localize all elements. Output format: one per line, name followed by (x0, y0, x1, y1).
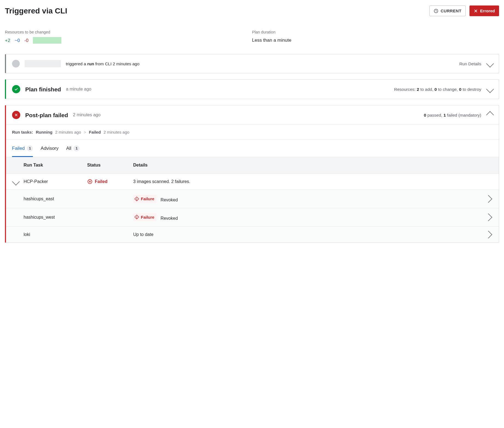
chevron-up-icon[interactable] (486, 111, 494, 119)
check-circle-icon (12, 85, 20, 93)
table-row[interactable]: hashicups_west Failure Revoked (6, 208, 499, 226)
triggered-text: triggered a run from CLI 2 minutes ago (66, 61, 139, 67)
col-details: Details (133, 162, 482, 168)
tab-advisory[interactable]: Advisory (41, 140, 58, 157)
plan-duration-label: Plan duration (252, 29, 499, 35)
table-header: Run Task Status Details (6, 157, 499, 173)
avatar (12, 60, 20, 67)
errored-badge: Errored (469, 5, 499, 16)
clock-icon (434, 9, 438, 13)
run-details-link[interactable]: Run Details (459, 61, 481, 67)
x-circle-icon (12, 111, 20, 119)
task-details: 3 images scanned. 2 failures. (133, 179, 482, 185)
svg-point-2 (136, 199, 137, 200)
resources-change: ~0 (15, 37, 20, 44)
plan-summary: Resources: 2 to add, 0 to change, 0 to d… (394, 86, 481, 92)
post-plan-header[interactable]: Post-plan failed 2 minutes ago 0 passed,… (6, 105, 499, 125)
failure-badge: Failure (133, 195, 156, 203)
page-title: Triggered via CLI (5, 5, 67, 16)
run-task-breadcrumb: Run tasks: Running 2 minutes ago > Faile… (6, 125, 499, 139)
col-status: Status (87, 162, 133, 168)
card-triggered[interactable]: triggered a run from CLI 2 minutes ago R… (5, 54, 499, 73)
chevron-right-icon[interactable] (485, 195, 492, 203)
plan-duration-value: Less than a minute (252, 37, 499, 44)
status-failed: Failed (87, 179, 133, 185)
table-row[interactable]: HCP-Packer Failed 3 images scanned. 2 fa… (6, 173, 499, 190)
resources-add: +2 (5, 37, 10, 44)
table-row[interactable]: loki Up to date (6, 226, 499, 243)
errored-badge-label: Errored (480, 8, 495, 14)
alert-diamond-icon (134, 215, 139, 219)
post-plan-title: Post-plan failed (25, 111, 68, 119)
svg-point-3 (136, 218, 137, 218)
chevron-down-icon[interactable] (486, 60, 494, 67)
tab-all[interactable]: All 1 (66, 140, 80, 157)
plan-time: a minute ago (66, 86, 92, 92)
chevron-down-icon[interactable] (12, 178, 20, 185)
current-badge-label: CURRENT (441, 8, 462, 14)
task-details: Failure Revoked (133, 213, 482, 221)
resources-label: Resources to be changed (5, 29, 252, 35)
table-row[interactable]: hashicups_east Failure Revoked (6, 190, 499, 208)
plan-title: Plan finished (25, 85, 61, 93)
alert-diamond-icon (134, 196, 139, 201)
task-name: hashicups_west (24, 214, 87, 220)
chevron-down-icon[interactable] (486, 85, 494, 93)
x-circle-outline-icon (87, 179, 93, 184)
failure-badge: Failure (133, 213, 156, 221)
resources-bar (33, 37, 61, 44)
col-run-task: Run Task (24, 162, 87, 168)
card-post-plan: Post-plan failed 2 minutes ago 0 passed,… (5, 105, 499, 243)
chevron-right-icon[interactable] (485, 213, 492, 221)
card-plan-finished[interactable]: Plan finished a minute ago Resources: 2 … (5, 79, 499, 99)
chevron-right-icon[interactable] (485, 231, 492, 238)
post-plan-time: 2 minutes ago (73, 112, 101, 118)
post-plan-summary: 0 passed, 1 failed (mandatory) (424, 112, 481, 118)
task-name: HCP-Packer (24, 179, 87, 185)
task-name: loki (24, 232, 87, 238)
task-details: Failure Revoked (133, 195, 482, 203)
task-details: Up to date (133, 232, 482, 238)
tab-failed[interactable]: Failed 1 (12, 140, 33, 157)
resources-destroy: -0 (24, 37, 29, 44)
x-icon (474, 9, 478, 13)
task-name: hashicups_east (24, 196, 87, 202)
current-badge[interactable]: CURRENT (429, 5, 466, 16)
redacted-user (25, 60, 61, 67)
